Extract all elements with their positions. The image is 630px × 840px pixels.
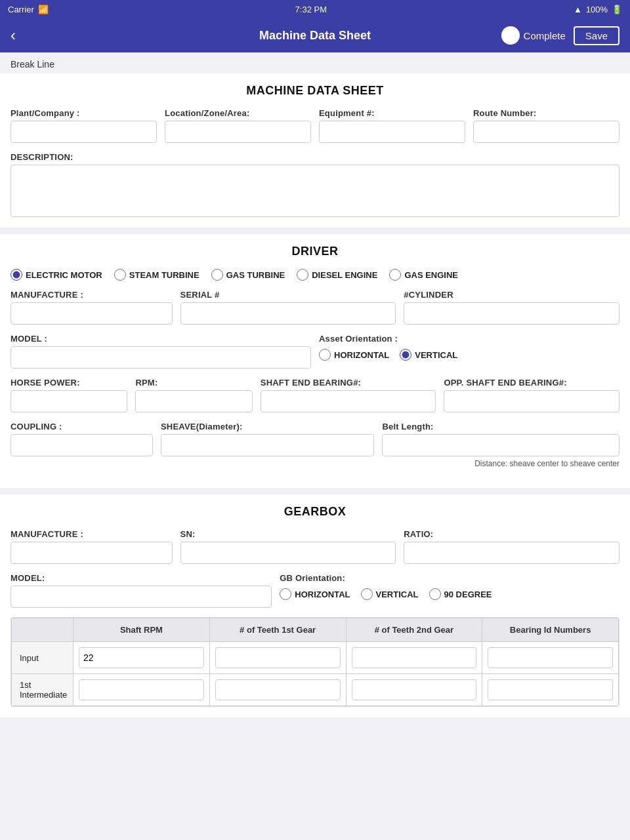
status-bar-time: 7:32 PM bbox=[295, 5, 327, 14]
content: Break Line MACHINE DATA SHEET Plant/Comp… bbox=[0, 52, 630, 717]
gearbox-table: Shaft RPM # of Teeth 1st Gear # of Teeth… bbox=[11, 618, 619, 706]
input-bearing-id-input[interactable] bbox=[488, 647, 613, 668]
battery-label: 100% bbox=[586, 5, 608, 14]
teeth-2nd-gear-header: # of Teeth 2nd Gear bbox=[346, 618, 482, 642]
machine-row-1: Plant/Company : Location/Zone/Area: Equi… bbox=[10, 108, 620, 143]
electric-motor-label: ELECTRIC MOTOR bbox=[26, 270, 102, 280]
description-group: DESCRIPTION: bbox=[10, 152, 620, 217]
nav-bar: ‹ Machine Data Sheet Complete Save bbox=[0, 18, 630, 52]
gb-horizontal-radio[interactable] bbox=[280, 588, 291, 600]
driver-serial-group: SERIAL # bbox=[180, 290, 396, 325]
diesel-engine-label: DIESEL ENGINE bbox=[312, 270, 377, 280]
input-teeth-2nd-input[interactable] bbox=[352, 647, 477, 668]
machine-data-sheet-section: MACHINE DATA SHEET Plant/Company : Locat… bbox=[0, 73, 630, 228]
gb-ratio-input[interactable] bbox=[404, 542, 620, 564]
gb-sn-group: SN: bbox=[180, 529, 396, 564]
gb-sn-input[interactable] bbox=[180, 542, 396, 564]
plant-company-input[interactable] bbox=[10, 121, 157, 143]
driver-model-group: MODEL : bbox=[10, 334, 311, 369]
gearbox-title: GEARBOX bbox=[10, 505, 620, 519]
plant-company-label: Plant/Company : bbox=[10, 108, 157, 118]
gas-engine-label: GAS ENGINE bbox=[404, 270, 458, 280]
steam-turbine-option[interactable]: STEAM TURBINE bbox=[114, 269, 200, 281]
steam-turbine-label: STEAM TURBINE bbox=[129, 270, 200, 280]
rpm-group: RPM: bbox=[135, 378, 252, 412]
sheave-input[interactable] bbox=[161, 434, 374, 456]
gb-vertical-radio[interactable] bbox=[361, 588, 373, 600]
horse-power-input[interactable] bbox=[10, 390, 127, 412]
description-input[interactable] bbox=[10, 165, 620, 217]
electric-motor-radio[interactable] bbox=[10, 269, 22, 281]
route-number-input[interactable] bbox=[473, 121, 620, 143]
opp-shaft-end-bearing-input[interactable] bbox=[444, 390, 620, 412]
equipment-num-input[interactable] bbox=[319, 121, 465, 143]
belt-length-input[interactable] bbox=[382, 434, 620, 456]
row-label-header bbox=[12, 618, 74, 642]
driver-model-input[interactable] bbox=[10, 346, 311, 369]
gb-model-input[interactable] bbox=[10, 586, 272, 608]
input-shaft-rpm-cell bbox=[74, 642, 210, 674]
driver-cylinder-group: #CYLINDER bbox=[404, 290, 620, 325]
driver-manufacture-input[interactable] bbox=[10, 302, 173, 325]
1st-int-teeth-2nd-input[interactable] bbox=[352, 679, 477, 700]
back-button[interactable]: ‹ bbox=[10, 28, 16, 43]
driver-cylinder-label: #CYLINDER bbox=[404, 290, 620, 300]
1st-int-teeth-1st-input[interactable] bbox=[215, 679, 341, 700]
vertical-option[interactable]: VERTICAL bbox=[400, 349, 457, 361]
1st-int-teeth-2nd-cell bbox=[346, 674, 482, 706]
gas-turbine-radio[interactable] bbox=[211, 269, 223, 281]
rpm-label: RPM: bbox=[135, 378, 252, 388]
complete-toggle-button[interactable] bbox=[501, 26, 520, 45]
complete-label: Complete bbox=[524, 30, 566, 41]
gas-engine-option[interactable]: GAS ENGINE bbox=[389, 269, 458, 281]
gb-90degree-radio[interactable] bbox=[429, 588, 441, 600]
distance-note: Distance: sheave center to sheave center bbox=[382, 459, 620, 468]
input-shaft-rpm-input[interactable] bbox=[79, 647, 204, 668]
gb-manufacture-input[interactable] bbox=[10, 542, 173, 564]
diesel-engine-radio[interactable] bbox=[297, 269, 308, 281]
vertical-radio[interactable] bbox=[400, 349, 411, 361]
electric-motor-option[interactable]: ELECTRIC MOTOR bbox=[10, 269, 102, 281]
gb-orientation-group: GB Orientation: HORIZONTAL VERTICAL 90 D… bbox=[280, 573, 620, 600]
steam-turbine-radio[interactable] bbox=[114, 269, 126, 281]
1st-int-bearing-id-input[interactable] bbox=[488, 679, 613, 700]
horse-power-label: HORSE POWER: bbox=[10, 378, 127, 388]
gas-turbine-option[interactable]: GAS TURBINE bbox=[211, 269, 285, 281]
horizontal-label: HORIZONTAL bbox=[334, 350, 389, 360]
belt-length-group: Belt Length: Distance: sheave center to … bbox=[382, 422, 620, 468]
row-label-1st-intermediate: 1stIntermediate bbox=[12, 674, 74, 706]
gb-vertical-option[interactable]: VERTICAL bbox=[361, 588, 419, 600]
rpm-input[interactable] bbox=[135, 390, 252, 412]
gas-engine-radio[interactable] bbox=[389, 269, 401, 281]
description-label: DESCRIPTION: bbox=[10, 152, 620, 162]
driver-row-3: HORSE POWER: RPM: SHAFT END BEARING#: OP… bbox=[10, 378, 620, 412]
horizontal-option[interactable]: HORIZONTAL bbox=[319, 349, 389, 361]
horizontal-radio[interactable] bbox=[319, 349, 331, 361]
gb-horizontal-option[interactable]: HORIZONTAL bbox=[280, 588, 350, 600]
gb-90degree-option[interactable]: 90 DEGREE bbox=[429, 588, 492, 600]
carrier-label: Carrier bbox=[8, 5, 34, 14]
coupling-group: COUPLING : bbox=[10, 422, 153, 456]
1st-int-shaft-rpm-input[interactable] bbox=[79, 679, 204, 700]
save-button[interactable]: Save bbox=[574, 26, 620, 45]
signal-icon: ▲ bbox=[574, 5, 582, 14]
driver-orientation-options: HORIZONTAL VERTICAL bbox=[319, 349, 620, 361]
shaft-end-bearing-input[interactable] bbox=[261, 390, 436, 412]
gb-sn-label: SN: bbox=[180, 529, 396, 539]
input-bearing-id-cell bbox=[482, 642, 619, 674]
input-teeth-1st-input[interactable] bbox=[215, 647, 341, 668]
wifi-icon: 📶 bbox=[38, 5, 49, 14]
route-number-group: Route Number: bbox=[473, 108, 620, 143]
coupling-input[interactable] bbox=[10, 434, 153, 456]
location-zone-area-input[interactable] bbox=[165, 121, 311, 143]
gb-manufacture-group: MANUFACTURE : bbox=[10, 529, 173, 564]
driver-cylinder-input[interactable] bbox=[404, 302, 620, 325]
driver-title: DRIVER bbox=[10, 245, 620, 258]
diesel-engine-option[interactable]: DIESEL ENGINE bbox=[297, 269, 377, 281]
driver-serial-input[interactable] bbox=[180, 302, 396, 325]
gb-model-label: MODEL: bbox=[10, 573, 272, 583]
driver-row-4: COUPLING : SHEAVE(Diameter): Belt Length… bbox=[10, 422, 620, 468]
driver-serial-label: SERIAL # bbox=[180, 290, 396, 300]
gb-horizontal-label: HORIZONTAL bbox=[295, 590, 350, 599]
shaft-rpm-header: Shaft RPM bbox=[74, 618, 210, 642]
